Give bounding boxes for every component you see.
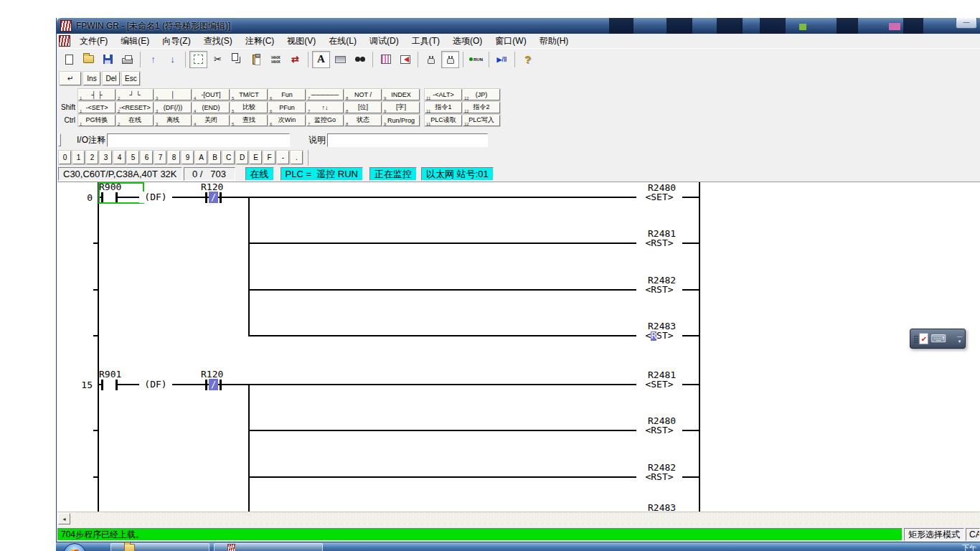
cut-icon[interactable]: ✂ bbox=[209, 51, 227, 68]
menu-options[interactable]: 选项(O) bbox=[446, 34, 489, 49]
menu-window[interactable]: 窗口(W) bbox=[489, 34, 532, 49]
fnkey-ctrl-f5[interactable]: 5查找 bbox=[230, 115, 268, 126]
fnkey-f12[interactable]: 12(JP) bbox=[463, 89, 500, 100]
plc-run-mode-icon[interactable]: RUN bbox=[467, 51, 485, 68]
select-mode-icon[interactable] bbox=[189, 51, 207, 68]
ime-minimize-icon[interactable]: — bbox=[957, 334, 962, 339]
fnkey-shift-f5[interactable]: 5比较 bbox=[230, 102, 268, 113]
hexkey-b[interactable]: B bbox=[209, 151, 221, 164]
copy-icon[interactable] bbox=[228, 51, 246, 68]
titlebar[interactable]: FPWIN GR - [未命名1 (符号梯形图编辑)] — bbox=[57, 18, 980, 34]
enter-key[interactable]: ↵ bbox=[60, 72, 81, 85]
hexkey-7[interactable]: 7 bbox=[154, 151, 166, 164]
download-to-plc-icon[interactable]: ↓ bbox=[164, 51, 182, 68]
ladder-df-instruction[interactable]: (DF) bbox=[139, 192, 172, 203]
hexkey-8[interactable]: 8 bbox=[168, 151, 180, 164]
hexkey-f[interactable]: F bbox=[263, 151, 275, 164]
io-comment-input[interactable] bbox=[107, 133, 290, 147]
ins-key[interactable]: Ins bbox=[83, 72, 100, 85]
fnkey-f5[interactable]: 5TM/CT bbox=[230, 89, 268, 100]
hexkey-minus[interactable]: - bbox=[277, 151, 289, 164]
hexkey-d[interactable]: D bbox=[236, 151, 248, 164]
ladder-contact-R120[interactable] bbox=[205, 192, 207, 203]
hexkey-9[interactable]: 9 bbox=[182, 151, 194, 164]
fnkey-shift-f4[interactable]: 4(END) bbox=[192, 102, 230, 113]
hexkey-dot[interactable]: . bbox=[291, 151, 303, 164]
menu-comment[interactable]: 注释(C) bbox=[239, 34, 281, 49]
plc-offline-icon[interactable] bbox=[422, 51, 440, 68]
fnkey-ctrl-f4[interactable]: 4关闭 bbox=[192, 115, 230, 126]
del-key[interactable]: Del bbox=[103, 72, 120, 85]
fnkey-ctrl-f2[interactable]: 2在线 bbox=[116, 115, 154, 126]
hexkey-1[interactable]: 1 bbox=[72, 151, 85, 164]
ladder-coil-R2481[interactable]: <SET> bbox=[636, 379, 682, 390]
menu-wizard[interactable]: 向导(Z) bbox=[156, 34, 197, 49]
hexkey-e[interactable]: E bbox=[250, 151, 262, 164]
save-file-icon[interactable] bbox=[99, 51, 117, 68]
fnkey-shift-f9[interactable]: 9[字] bbox=[382, 102, 420, 113]
ladder-df-instruction[interactable]: (DF) bbox=[139, 379, 172, 390]
start-button[interactable] bbox=[63, 543, 86, 551]
fnkey-ctrl-f1[interactable]: 1PG转换 bbox=[78, 115, 116, 126]
row-grip[interactable] bbox=[58, 133, 61, 146]
fnkey-shift-f3[interactable]: 3(DF(/)) bbox=[154, 102, 192, 113]
ladder-coil-R2481[interactable]: <RST> bbox=[636, 237, 682, 249]
ladder-monitor-icon[interactable] bbox=[377, 51, 395, 68]
menu-find[interactable]: 查找(S) bbox=[197, 34, 239, 49]
hexkey-6[interactable]: 6 bbox=[141, 151, 153, 164]
jump-transfer-icon[interactable]: ⇄ bbox=[286, 51, 304, 68]
description-input[interactable] bbox=[327, 133, 488, 147]
ladder-coil-R2480[interactable]: <RST> bbox=[636, 425, 682, 436]
fnkey-f2[interactable]: 2┘ └ bbox=[116, 89, 154, 100]
fnkey-shift-f11[interactable]: 11指令1 bbox=[425, 102, 462, 113]
fnkey-f6[interactable]: 6Fun bbox=[268, 89, 306, 100]
esc-key[interactable]: Esc bbox=[122, 72, 140, 85]
fnkey-ctrl-f3[interactable]: 3离线 bbox=[154, 115, 192, 126]
fnkey-ctrl-f11[interactable]: 11PLC读取 bbox=[425, 115, 462, 126]
fnkey-f1[interactable]: 1┤ ├ bbox=[78, 89, 116, 100]
menu-view[interactable]: 视图(V) bbox=[281, 34, 322, 49]
ladder-contact-R120[interactable] bbox=[205, 380, 207, 390]
fnkey-shift-f6[interactable]: 6PFun bbox=[268, 102, 306, 113]
ladder-coil-R2482[interactable]: <RST> bbox=[636, 284, 682, 296]
taskbar-clock[interactable]: 下午 bbox=[962, 543, 976, 551]
hexkey-5[interactable]: 5 bbox=[127, 151, 139, 164]
comment-input-icon[interactable]: A bbox=[312, 51, 330, 68]
fnkey-ctrl-f12[interactable]: 12PLC写入 bbox=[463, 115, 500, 126]
ladder-coil-R2480[interactable]: <SET> bbox=[636, 192, 682, 203]
fnkey-ctrl-f8[interactable]: 8状态 bbox=[344, 115, 382, 126]
fnkey-shift-f1[interactable]: 1-<SET> bbox=[78, 102, 116, 113]
fnkey-ctrl-f9[interactable]: 9Run/Prog bbox=[382, 115, 420, 126]
run-pause-toggle-icon[interactable]: ▶/‖ bbox=[493, 51, 511, 68]
writing-pad-icon[interactable]: ✔ bbox=[919, 333, 928, 344]
block-comment-icon[interactable] bbox=[331, 51, 349, 68]
find-replace-instruction-icon[interactable]: HHX HHX bbox=[267, 51, 285, 68]
find-icon[interactable] bbox=[351, 51, 369, 68]
taskbar-item-explorer[interactable] bbox=[110, 543, 209, 551]
taskbar-item-fpwin[interactable] bbox=[214, 543, 323, 551]
ime-drag-handle[interactable]: ⣿ bbox=[913, 335, 917, 343]
ime-toolbar[interactable]: ⣿ ✔ ⌨ — ▾ bbox=[910, 329, 966, 349]
upload-from-plc-icon[interactable]: ↑ bbox=[144, 51, 162, 68]
menu-tools[interactable]: 工具(T) bbox=[405, 34, 446, 49]
fnkey-ctrl-f6[interactable]: 6次Win bbox=[268, 115, 306, 126]
ladder-editor-canvas[interactable]: 0R900(DF)R120/<SET>R2480<RST>R2481<RST>R… bbox=[57, 182, 980, 512]
device-monitor-icon[interactable] bbox=[396, 51, 414, 68]
fnkey-shift-f7[interactable]: 7↑↓ bbox=[306, 102, 344, 113]
fnkey-shift-f2[interactable]: 2-<RESET> bbox=[116, 102, 154, 113]
hexkey-3[interactable]: 3 bbox=[100, 151, 112, 164]
help-icon[interactable]: ? bbox=[519, 51, 537, 68]
ladder-coil-R2483[interactable]: <RST> bbox=[636, 330, 682, 342]
scroll-left-button[interactable]: ◂ bbox=[58, 513, 70, 524]
ladder-contact-R901[interactable] bbox=[101, 380, 103, 390]
print-icon[interactable] bbox=[118, 51, 136, 68]
horizontal-scrollbar[interactable]: ◂ bbox=[57, 512, 980, 524]
menu-edit[interactable]: 编辑(E) bbox=[114, 34, 156, 49]
fnkey-f4[interactable]: 4-[OUT] bbox=[192, 89, 230, 100]
hexkey-c[interactable]: C bbox=[222, 151, 235, 164]
open-file-icon[interactable] bbox=[80, 51, 98, 68]
fnkey-f7[interactable]: 7────── bbox=[306, 89, 344, 100]
hexkey-4[interactable]: 4 bbox=[113, 151, 126, 164]
child-window-icon[interactable] bbox=[59, 35, 70, 47]
minimize-button[interactable]: — bbox=[956, 18, 977, 29]
